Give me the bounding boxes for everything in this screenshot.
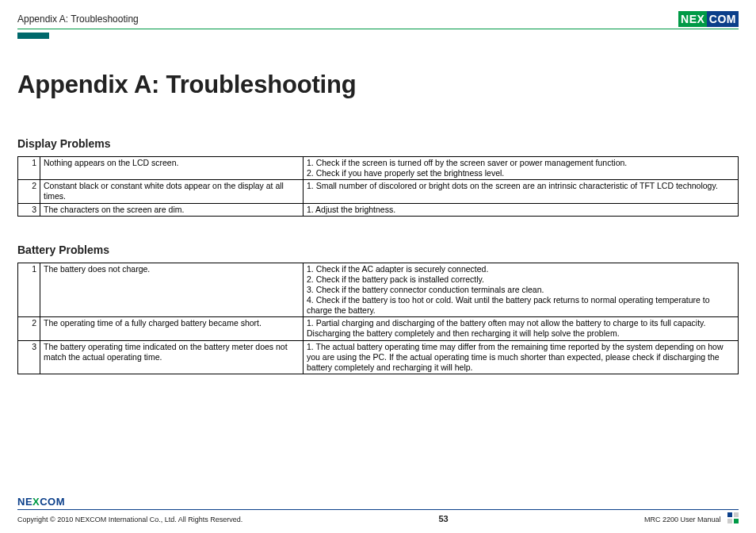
row-number: 3 [18, 203, 40, 216]
problem-cell: The battery does not charge. [40, 263, 304, 317]
display-problems-table: 1 Nothing appears on the LCD screen. 1. … [17, 156, 739, 217]
solution-cell: 1. The actual battery operating time may… [304, 340, 739, 374]
problem-cell: The characters on the screen are dim. [40, 203, 304, 216]
solution-cell: 1. Adjust the brightness. [304, 203, 739, 216]
logo-left: NE [681, 13, 697, 25]
header-rule [17, 29, 739, 29]
footer-logo-left: NE [17, 496, 32, 508]
logo-x: X [697, 13, 704, 25]
brand-logo: NEX COM [678, 11, 739, 27]
copyright: Copyright © 2010 NEXCOM International Co… [17, 516, 242, 523]
solution-cell: 1. Small number of discolored or bright … [304, 180, 739, 203]
accent-bar [17, 33, 49, 39]
table-row: 1 The battery does not charge. 1. Check … [18, 263, 739, 317]
solution-cell: 1. Check if the AC adapter is securely c… [304, 263, 739, 317]
problem-cell: The battery operating time indicated on … [40, 340, 304, 374]
row-number: 2 [18, 180, 40, 203]
row-number: 3 [18, 340, 40, 374]
section-heading-battery: Battery Problems [17, 243, 739, 256]
footer-ornament-icon [727, 512, 739, 523]
section-heading-display: Display Problems [17, 137, 739, 150]
table-row: 1 Nothing appears on the LCD screen. 1. … [18, 157, 739, 180]
table-row: 3 The battery operating time indicated o… [18, 340, 739, 374]
battery-problems-table: 1 The battery does not charge. 1. Check … [17, 263, 739, 374]
row-number: 1 [18, 157, 40, 180]
breadcrumb: Appendix A: Troubleshooting [17, 13, 139, 25]
solution-cell: 1. Check if the screen is turned off by … [304, 157, 739, 180]
footer-logo-right: COM [40, 496, 65, 508]
manual-name: MRC 2200 User Manual [644, 516, 721, 523]
table-row: 2 Constant black or constant white dots … [18, 180, 739, 203]
page-footer: NEXCOM Copyright © 2010 NEXCOM Internati… [17, 496, 739, 523]
problem-cell: The operating time of a fully charged ba… [40, 317, 304, 340]
row-number: 1 [18, 263, 40, 317]
footer-logo-x: X [32, 496, 40, 508]
page-number: 53 [438, 514, 448, 523]
row-number: 2 [18, 317, 40, 340]
logo-right: COM [709, 13, 736, 25]
problem-cell: Nothing appears on the LCD screen. [40, 157, 304, 180]
table-row: 2 The operating time of a fully charged … [18, 317, 739, 340]
footer-rule [17, 509, 739, 510]
solution-cell: 1. Partial charging and discharging of t… [304, 317, 739, 340]
page-title: Appendix A: Troubleshooting [17, 71, 739, 99]
footer-logo: NEXCOM [17, 496, 739, 508]
table-row: 3 The characters on the screen are dim. … [18, 203, 739, 216]
problem-cell: Constant black or constant white dots ap… [40, 180, 304, 203]
